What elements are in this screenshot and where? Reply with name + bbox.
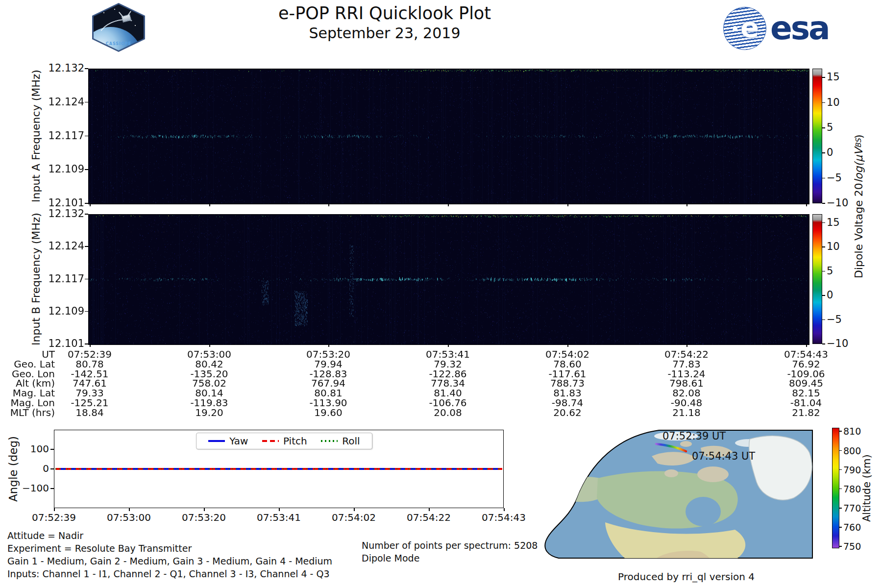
quicklook-plot-page: CASSIOPE e-POP RRI Quicklook Plot Septem…: [0, 0, 882, 588]
time-tick-mark: [328, 344, 329, 347]
alt-tick-mark: [839, 508, 842, 509]
alt-tick-label: 810: [843, 426, 861, 437]
page-title: e-POP RRI Quicklook Plot: [162, 3, 608, 24]
hudson-bay: [686, 497, 721, 526]
track-start-label: 07:52:39 UT: [662, 430, 726, 442]
alt-tick-mark: [839, 450, 842, 451]
dipole-voltage-colorbar-label: Dipole Voltage 20log(μVBS): [850, 69, 867, 344]
legend-label-yaw: Yaw: [229, 435, 248, 447]
angle-time-tick-mark: [279, 508, 280, 511]
colorbar-tick-label: 15: [827, 217, 840, 229]
freq-tick-label: 12.109: [41, 163, 84, 175]
table-cell: 21.82: [762, 407, 850, 419]
colorbar-tick-mark: [822, 152, 825, 153]
legend-entry-pitch: Pitch: [262, 435, 307, 447]
alt-tick-mark: [839, 431, 842, 432]
esa-globe-icon: e: [723, 7, 766, 50]
freq-tick-mark: [85, 279, 88, 280]
colorbar-tick-label: −5: [827, 172, 842, 184]
colorbar-label-normal: Dipole Voltage 20: [853, 183, 865, 278]
table-cell: 19.20: [165, 407, 253, 419]
time-tick-mark: [90, 203, 91, 206]
pitch-line-sample: [262, 440, 279, 442]
cassiope-patch-background: CASSIOPE: [94, 4, 144, 50]
colorbar-tick-mark: [822, 203, 825, 204]
time-tick-mark: [567, 203, 568, 206]
alt-tick-label: 750: [843, 541, 861, 552]
dipole-voltage-colorbar-a: [812, 69, 822, 203]
input-b-spectrogram-canvas: [88, 214, 809, 345]
produced-by-text: Produced by rri_ql version 4: [578, 571, 755, 583]
alt-tick-mark: [839, 469, 842, 470]
time-tick-mark: [806, 203, 807, 206]
colorbar-tick-mark: [822, 222, 825, 223]
attitude-legend: Yaw Pitch Roll: [196, 433, 372, 449]
altitude-colorbar: [832, 428, 839, 548]
time-tick-mark: [328, 203, 329, 206]
freq-tick-label: 12.124: [41, 240, 84, 252]
colorbar-tick-mark: [822, 319, 825, 320]
yaw-line-sample: [208, 440, 225, 442]
freq-tick-mark: [85, 311, 88, 312]
page-date: September 23, 2019: [162, 24, 608, 42]
angle-tick-mark: [50, 468, 54, 469]
legend-entry-roll: Roll: [321, 435, 360, 447]
header-titles: e-POP RRI Quicklook Plot September 23, 2…: [162, 3, 608, 42]
colorbar-tick-mark: [822, 127, 825, 128]
colorbar-tick-label: 0: [827, 147, 833, 159]
star-dot: [135, 25, 136, 26]
colorbar-tick-label: 10: [827, 97, 840, 109]
angle-time-tick-label: 07:53:41: [252, 512, 306, 524]
colorbar-tick-mark: [822, 77, 825, 78]
input-a-axis-label: Input A Frequency (MHz): [29, 69, 42, 203]
track-end-label: 07:54:43 UT: [692, 450, 755, 462]
colorbar-tick-mark: [822, 178, 825, 179]
angle-time-tick-label: 07:52:39: [27, 512, 81, 524]
table-cell: 19.60: [284, 407, 372, 419]
alt-tick-mark: [839, 489, 842, 490]
time-tick-mark: [686, 344, 687, 347]
esa-wordmark: esa: [770, 12, 829, 45]
freq-tick-mark: [85, 203, 88, 204]
time-tick-mark: [686, 203, 687, 206]
colorbar-tick-mark: [822, 102, 825, 103]
time-tick-mark: [90, 344, 91, 347]
angle-time-tick-mark: [429, 508, 430, 511]
time-tick-mark: [806, 344, 807, 347]
points-per-spectrum-text: Number of points per spectrum: 5208: [362, 540, 538, 551]
angle-time-tick-mark: [504, 508, 505, 511]
colorbar-label-sub: BS: [854, 139, 863, 148]
time-tick-mark: [448, 203, 449, 206]
angle-time-tick-label: 07:54:02: [327, 512, 381, 524]
angle-tick-label: −100: [14, 483, 49, 494]
angle-tick-label: 0: [14, 463, 49, 475]
alt-tick-label: 790: [843, 465, 861, 475]
altitude-colorbar-label: Altitude (km): [860, 428, 873, 548]
alt-tick-mark: [839, 527, 842, 528]
freq-tick-label: 12.124: [41, 96, 84, 108]
freq-tick-mark: [85, 169, 88, 170]
time-tick-mark: [567, 344, 568, 347]
time-tick-mark: [448, 344, 449, 347]
colorbar-tick-mark: [822, 343, 825, 344]
freq-tick-mark: [85, 246, 88, 247]
esa-globe-e: e: [740, 11, 759, 43]
freq-tick-mark: [85, 343, 88, 344]
colorbar-tick-mark: [822, 246, 825, 247]
freq-tick-label: 12.132: [41, 208, 84, 220]
table-cell: 20.62: [523, 407, 612, 419]
angle-time-tick-mark: [204, 508, 205, 511]
angle-tick-mark: [50, 488, 54, 489]
colorbar-tick-label: −10: [827, 338, 848, 350]
legend-label-roll: Roll: [342, 435, 360, 447]
angle-time-tick-label: 07:53:20: [177, 512, 231, 524]
angle-time-tick-label: 07:54:43: [477, 512, 531, 524]
table-cell: 18.84: [46, 407, 134, 419]
input-b-axis-label: Input B Frequency (MHz): [29, 214, 42, 344]
angle-tick-label: 100: [14, 443, 49, 455]
colorbar-label-post: ): [853, 134, 865, 139]
angle-time-tick-label: 07:54:22: [402, 512, 456, 524]
colorbar-label-italic: log(μV: [853, 148, 865, 183]
colorbar-tick-mark: [822, 295, 825, 296]
attitude-text: Attitude = Nadir: [7, 530, 83, 541]
